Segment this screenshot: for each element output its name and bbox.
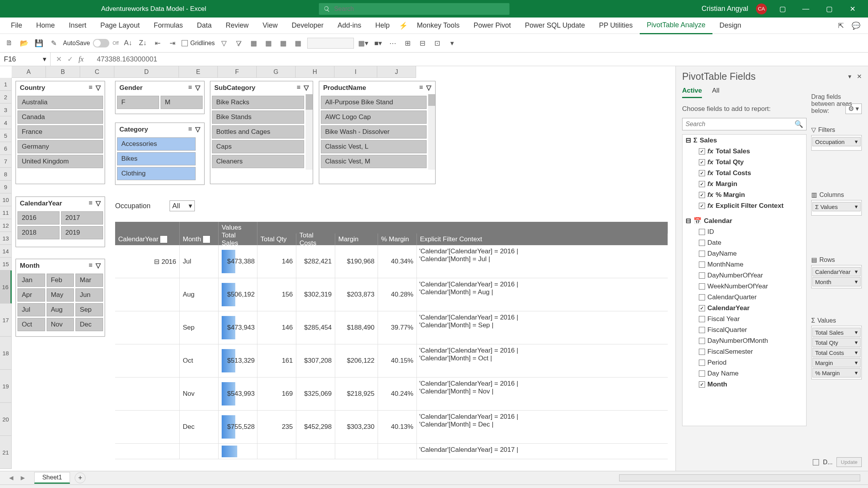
row-header[interactable]: 13 <box>0 232 12 245</box>
checkbox-icon[interactable] <box>699 240 705 246</box>
field-item[interactable]: ✓ Month <box>682 379 806 390</box>
col-header[interactable]: G <box>257 66 296 78</box>
collapse-icon[interactable]: ⊟ <box>686 136 691 144</box>
user-name[interactable]: Cristian Angyal <box>702 5 748 13</box>
field-item[interactable]: ✓ fx Total Qty <box>682 157 806 168</box>
col-header[interactable]: B <box>46 66 80 78</box>
checkbox-icon[interactable] <box>699 272 705 279</box>
clear-filter-icon[interactable]: ▽̷ <box>233 38 244 49</box>
tab-home[interactable]: Home <box>29 18 62 33</box>
fx-icon[interactable]: fx <box>79 55 84 63</box>
clear-filter-icon[interactable]: ▽ <box>195 125 200 133</box>
slicer-item[interactable]: Apr <box>18 288 45 302</box>
slicer-item[interactable]: 2016 <box>18 211 60 225</box>
filter-icon[interactable]: ▽ <box>219 38 229 49</box>
field-group-calendar[interactable]: ⊟ 📅 Calendar <box>682 215 806 226</box>
pivot-row[interactable]: Dec $755,528 235 $452,298 $303,230 40.13… <box>115 411 668 444</box>
slicer-item[interactable]: 2017 <box>61 211 103 225</box>
clear-filter-icon[interactable]: ▽ <box>195 84 200 92</box>
ribbon-options-icon[interactable]: ▢ <box>775 3 790 15</box>
more-icon-3[interactable]: ⋯ <box>387 38 398 49</box>
slicer-item[interactable]: Bike Racks <box>212 96 304 109</box>
slicer-item[interactable]: Feb <box>47 274 74 287</box>
slicer-item[interactable]: Jan <box>18 274 45 287</box>
comments-icon[interactable]: 💬 <box>852 21 860 30</box>
slicer-item[interactable]: All-Purpose Bike Stand <box>321 96 427 109</box>
checkbox-icon[interactable] <box>699 370 705 377</box>
worksheet[interactable]: ABCDEFGHIJ 12345678910111213141516171819… <box>0 66 676 471</box>
row-header[interactable]: 21 <box>0 436 12 469</box>
filter-dropdown[interactable]: All ▾ <box>170 200 195 211</box>
col-header[interactable]: J <box>377 66 416 78</box>
field-item[interactable]: ✓ fx Explicit Filter Context <box>682 200 806 211</box>
pivot-table[interactable]: Values CalendarYear▾ Month▾ Total Sales … <box>115 222 668 459</box>
tab-addins[interactable]: Add-ins <box>331 18 368 33</box>
tab-all[interactable]: All <box>712 87 719 98</box>
field-group-sales[interactable]: ⊟ Σ Sales <box>682 135 806 146</box>
fields-search-input[interactable] <box>686 121 794 128</box>
row-header[interactable]: 20 <box>0 403 12 436</box>
slicer-item[interactable]: Bottles and Cages <box>212 125 304 139</box>
field-pill[interactable]: CalendarYear ▾ <box>812 267 861 276</box>
multiselect-icon[interactable]: ≡ <box>89 84 93 92</box>
row-header[interactable]: 6 <box>0 142 12 155</box>
field-item[interactable]: Day Name <box>682 368 806 379</box>
checkbox-icon[interactable] <box>699 283 705 290</box>
tab-powerpivot[interactable]: Power Pivot <box>467 18 518 33</box>
tab-design[interactable]: Design <box>712 18 748 33</box>
checkbox-icon[interactable] <box>699 327 705 333</box>
row-header[interactable]: 4 <box>0 116 12 129</box>
pivot-row[interactable]: Sep $473,943 146 $285,454 $188,490 39.77… <box>115 311 668 344</box>
minimize-button[interactable]: — <box>798 3 814 15</box>
next-sheet-icon[interactable]: ► <box>19 474 26 482</box>
more-icon-5[interactable]: ⊟ <box>417 38 428 49</box>
tab-monkeytools[interactable]: Monkey Tools <box>410 18 467 33</box>
slicer-item[interactable]: Sep <box>75 303 103 316</box>
row-header[interactable]: 7 <box>0 155 12 168</box>
rows-dropzone[interactable]: CalendarYear ▾Month ▾ <box>811 265 862 288</box>
field-item[interactable]: DayName <box>682 248 806 259</box>
field-item[interactable]: ID <box>682 226 806 237</box>
slicer-item[interactable]: Australia <box>18 96 103 109</box>
share-icon[interactable]: ⇱ <box>838 21 844 30</box>
fields-tree[interactable]: ⊟ Σ Sales✓ fx Total Sales✓ fx Total Qty✓… <box>682 134 807 426</box>
chevron-down-icon[interactable]: ▾ <box>855 203 858 210</box>
search-box[interactable] <box>319 3 509 15</box>
field-item[interactable]: CalendarQuarter <box>682 292 806 303</box>
checkbox-icon[interactable]: ✓ <box>699 159 705 165</box>
slicer-month[interactable]: Month ≡▽ JanFebMarAprMayJunJulAugSepOctN… <box>16 259 105 337</box>
multiselect-icon[interactable]: ≡ <box>297 84 301 92</box>
field-item[interactable]: ✓ fx Total Costs <box>682 168 806 179</box>
clear-filter-icon[interactable]: ▽ <box>304 84 309 92</box>
field-pill[interactable]: Σ Values ▾ <box>812 202 861 211</box>
sort-desc-icon[interactable]: Z↓ <box>137 38 148 49</box>
slicer-country[interactable]: Country ≡▽ AustraliaCanadaFranceGermanyU… <box>16 81 105 184</box>
chevron-down-icon[interactable]: ▾ <box>855 278 858 285</box>
tab-view[interactable]: View <box>256 18 285 33</box>
values-dropzone[interactable]: Total Sales ▾Total Qty ▾Total Costs ▾Mar… <box>811 326 862 379</box>
field-item[interactable]: FiscalSemester <box>682 346 806 357</box>
row-header[interactable]: 8 <box>0 168 12 181</box>
search-input[interactable] <box>334 5 505 12</box>
save-icon[interactable]: 💾 <box>33 38 44 49</box>
fields-search[interactable]: 🔍 <box>682 118 807 130</box>
filters-dropzone[interactable]: Occupation ▾ <box>811 135 862 151</box>
prev-sheet-icon[interactable]: ◄ <box>8 474 15 482</box>
row-header[interactable]: 15 <box>0 258 12 270</box>
slicer-productname[interactable]: ProductName ≡▽ All-Purpose Bike StandAWC… <box>319 81 436 184</box>
field-pill[interactable]: Occupation ▾ <box>812 137 861 146</box>
slicer-item[interactable]: France <box>18 125 103 139</box>
slicer-item[interactable]: Classic Vest, L <box>321 140 427 153</box>
slicer-item[interactable]: M <box>161 96 203 109</box>
lightning-icon[interactable]: ⚡ <box>399 21 408 30</box>
field-item[interactable]: ✓ CalendarYear <box>682 303 806 314</box>
row-header[interactable]: 17 <box>0 304 12 337</box>
checkbox-icon[interactable]: ✓ <box>699 181 705 187</box>
slicer-item[interactable]: F <box>117 96 159 109</box>
options-icon[interactable]: ▾ <box>848 73 851 80</box>
row-header[interactable]: 2 <box>0 91 12 104</box>
checkbox-icon[interactable] <box>699 262 705 268</box>
scrollbar[interactable] <box>428 94 435 170</box>
chevron-down-icon[interactable]: ▾ <box>855 349 858 356</box>
gridlines-toggle[interactable]: Gridlines <box>182 40 215 47</box>
